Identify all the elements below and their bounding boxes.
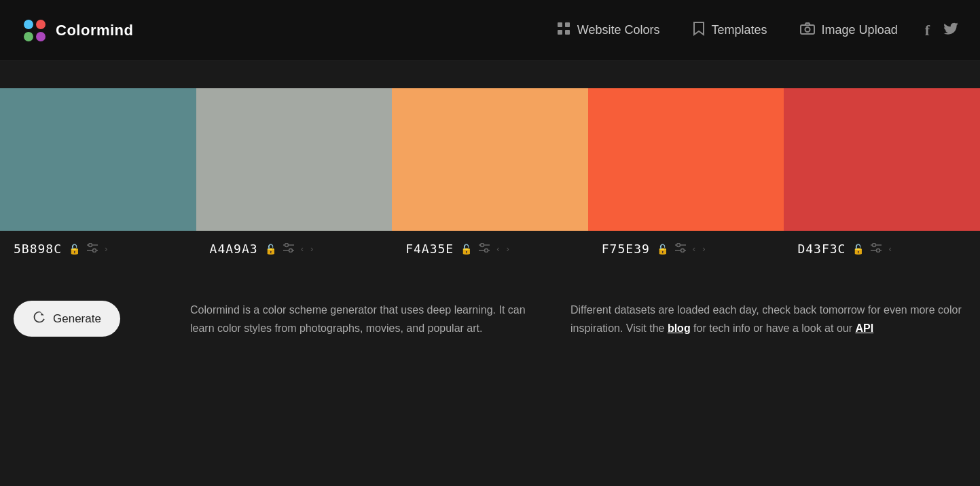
left-arrow-4[interactable]: ‹: [888, 244, 891, 254]
svg-rect-5: [565, 22, 570, 27]
nav-website-colors[interactable]: Website Colors: [557, 22, 660, 39]
facebook-icon[interactable]: f: [925, 22, 930, 39]
color-swatches: [0, 88, 980, 231]
api-link[interactable]: API: [855, 322, 873, 334]
svg-point-21: [485, 249, 488, 253]
color-control-3: F75E39 🔓 ‹ ›: [588, 231, 784, 267]
right-arrow-0[interactable]: ›: [105, 244, 107, 254]
nav-website-colors-label: Website Colors: [577, 23, 660, 37]
bottom-section: Generate Colormind is a color scheme gen…: [0, 267, 980, 364]
main-nav: Website Colors Templates Image Upload: [557, 21, 898, 39]
color-swatch-3: [588, 88, 784, 231]
camera-icon: [800, 22, 815, 38]
nav-templates-label: Templates: [712, 23, 767, 37]
svg-point-2: [24, 32, 33, 41]
color-control-0: 5B898C 🔓 ›: [0, 231, 196, 267]
right-arrow-1[interactable]: ›: [310, 244, 313, 254]
right-arrow-3[interactable]: ›: [702, 244, 705, 254]
svg-point-1: [36, 20, 46, 29]
color-control-2: F4A35E 🔓 ‹ ›: [392, 231, 588, 267]
color-swatch-1: [196, 88, 393, 231]
lock-icon-0[interactable]: 🔓: [69, 244, 80, 255]
svg-rect-7: [565, 30, 570, 35]
bookmark-icon: [693, 21, 705, 39]
adjust-icon-2[interactable]: [479, 243, 490, 255]
description-right-middle: for tech info or have a look at our: [691, 322, 856, 334]
generate-button[interactable]: Generate: [14, 301, 120, 337]
color-hex-2: F4A35E: [405, 242, 454, 256]
generate-area: Generate: [14, 301, 149, 337]
description-right: Different datasets are loaded each day, …: [570, 301, 966, 337]
nav-templates[interactable]: Templates: [693, 21, 767, 39]
color-control-4: D43F3C 🔓 ‹: [784, 231, 980, 267]
svg-point-25: [680, 249, 684, 253]
lock-icon-2[interactable]: 🔓: [460, 244, 472, 255]
lock-icon-1[interactable]: 🔓: [265, 244, 276, 255]
adjust-icon-3[interactable]: [675, 243, 686, 255]
nav-image-upload-label: Image Upload: [822, 23, 898, 37]
color-hex-1: A4A9A3: [210, 242, 258, 256]
color-control-1: A4A9A3 🔓 ‹ ›: [196, 231, 393, 267]
left-arrow-2[interactable]: ‹: [496, 244, 499, 254]
left-arrow-3[interactable]: ‹: [693, 244, 695, 254]
description-left-text: Colormind is a color scheme generator th…: [190, 304, 526, 334]
color-hex-0: 5B898C: [14, 242, 62, 256]
nav-image-upload[interactable]: Image Upload: [800, 22, 898, 38]
color-hex-3: F75E39: [602, 242, 650, 256]
svg-point-29: [877, 249, 880, 253]
social-icons: f: [925, 22, 958, 39]
svg-rect-6: [558, 30, 562, 35]
adjust-icon-4[interactable]: [871, 243, 882, 255]
logo-area: Colormind: [22, 18, 134, 43]
color-swatch-4: [784, 88, 980, 231]
right-arrow-2[interactable]: ›: [507, 244, 509, 254]
color-swatch-2: [392, 88, 588, 231]
svg-point-0: [24, 20, 33, 29]
svg-point-19: [481, 244, 484, 247]
left-arrow-1[interactable]: ‹: [301, 244, 304, 254]
svg-rect-8: [801, 25, 814, 34]
logo-name: Colormind: [56, 22, 134, 39]
header: Colormind Website Colors Te: [0, 0, 980, 61]
adjust-icon-1[interactable]: [283, 243, 294, 255]
svg-point-13: [93, 249, 96, 253]
blog-link[interactable]: blog: [668, 322, 691, 334]
color-swatch-0: [0, 88, 196, 231]
svg-point-15: [285, 244, 288, 247]
lock-icon-3[interactable]: 🔓: [657, 244, 668, 255]
svg-point-23: [676, 244, 680, 247]
svg-point-27: [873, 244, 876, 247]
description-left: Colormind is a color scheme generator th…: [190, 301, 530, 337]
svg-point-17: [289, 249, 292, 253]
adjust-icon-0[interactable]: [87, 243, 98, 255]
refresh-icon: [33, 310, 46, 327]
color-controls: 5B898C 🔓 › A4A9A3 🔓: [0, 231, 980, 267]
logo-icon: [22, 18, 48, 43]
color-hex-4: D43F3C: [797, 242, 846, 256]
lock-icon-4[interactable]: 🔓: [852, 244, 864, 255]
svg-point-11: [89, 244, 92, 247]
grid-icon: [557, 22, 570, 39]
svg-point-9: [805, 27, 810, 32]
generate-label: Generate: [53, 312, 101, 326]
palette-section: 5B898C 🔓 › A4A9A3 🔓: [0, 61, 980, 267]
svg-point-3: [36, 32, 46, 41]
svg-rect-4: [558, 22, 562, 27]
twitter-icon[interactable]: [943, 22, 958, 38]
